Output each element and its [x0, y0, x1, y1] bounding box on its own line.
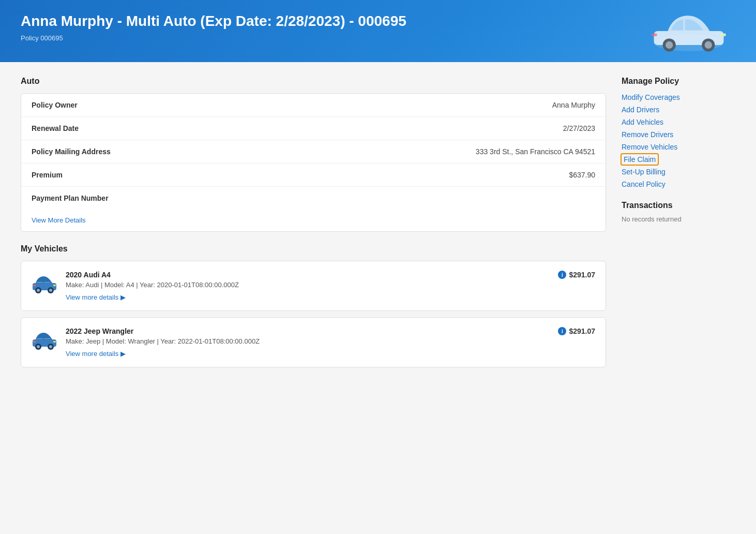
- manage-policy-link[interactable]: Remove Drivers: [622, 130, 673, 139]
- field-value: 2/27/2023: [135, 117, 606, 140]
- svg-point-12: [37, 289, 40, 292]
- svg-rect-25: [33, 341, 36, 343]
- svg-point-3: [666, 41, 673, 49]
- vehicle-name: 2020 Audi A4: [66, 271, 550, 279]
- list-item: Modify Coverages: [622, 93, 735, 101]
- transactions-empty-message: No records returned: [622, 215, 735, 223]
- vehicle-card: 2020 Audi A4 Make: Audi | Model: A4 | Ye…: [21, 261, 606, 311]
- transactions-title: Transactions: [622, 201, 735, 210]
- price-value: $291.07: [569, 327, 595, 335]
- svg-rect-10: [44, 282, 50, 283]
- field-value: $637.90: [135, 164, 606, 187]
- field-label: Renewal Date: [21, 117, 135, 140]
- vehicle-price: i $291.07: [558, 271, 595, 279]
- table-row: Policy Mailing Address 333 3rd St., San …: [21, 140, 606, 164]
- price-info-icon: i: [558, 327, 566, 335]
- right-panel: Manage Policy Modify CoveragesAdd Driver…: [622, 77, 735, 374]
- vehicle-info: 2020 Audi A4 Make: Audi | Model: A4 | Ye…: [66, 271, 550, 301]
- price-value: $291.07: [569, 271, 595, 279]
- field-label: Policy Mailing Address: [21, 140, 135, 164]
- manage-policy-link[interactable]: Cancel Policy: [622, 180, 666, 188]
- svg-rect-16: [33, 285, 36, 286]
- svg-rect-6: [720, 34, 726, 36]
- page-title: Anna Murphy - Multi Auto (Exp Date: 2/28…: [21, 12, 735, 30]
- vehicle-icon: [32, 328, 57, 351]
- svg-rect-24: [53, 341, 56, 343]
- vehicles-list: 2020 Audi A4 Make: Audi | Model: A4 | Ye…: [21, 261, 606, 367]
- auto-section-title: Auto: [21, 77, 606, 86]
- vehicle-view-more-link[interactable]: View more details ▶: [66, 293, 126, 301]
- vehicle-details: Make: Audi | Model: A4 | Year: 2020-01-0…: [66, 281, 550, 289]
- policy-table: Policy Owner Anna Murphy Renewal Date 2/…: [21, 94, 606, 210]
- policy-details-card: Policy Owner Anna Murphy Renewal Date 2/…: [21, 93, 606, 232]
- vehicle-details: Make: Jeep | Model: Wrangler | Year: 202…: [66, 337, 550, 345]
- svg-rect-19: [44, 338, 50, 339]
- vehicle-view-more-link[interactable]: View more details ▶: [66, 350, 126, 358]
- manage-policy-link[interactable]: Modify Coverages: [622, 93, 680, 101]
- svg-point-23: [49, 345, 52, 348]
- svg-point-5: [705, 41, 712, 49]
- manage-policy-links: Modify CoveragesAdd DriversAdd VehiclesR…: [622, 93, 735, 188]
- left-panel: Auto Policy Owner Anna Murphy Renewal Da…: [21, 77, 606, 374]
- main-content: Auto Policy Owner Anna Murphy Renewal Da…: [0, 62, 756, 388]
- table-row: Premium $637.90: [21, 164, 606, 187]
- manage-policy-link[interactable]: Set-Up Billing: [622, 168, 666, 176]
- view-more-details-link[interactable]: View More Details: [32, 216, 86, 224]
- vehicles-section: My Vehicles 2020 Audi A4 Make: Audi | Mo…: [21, 244, 606, 367]
- list-item: Set-Up Billing: [622, 168, 735, 176]
- manage-policy-link[interactable]: Add Drivers: [622, 106, 659, 114]
- list-item: Remove Drivers: [622, 130, 735, 139]
- list-item: Add Vehicles: [622, 118, 735, 126]
- vehicle-info: 2022 Jeep Wrangler Make: Jeep | Model: W…: [66, 327, 550, 358]
- svg-rect-9: [37, 282, 43, 283]
- field-label: Payment Plan Number: [21, 187, 135, 210]
- field-value: 333 3rd St., San Francisco CA 94521: [135, 140, 606, 164]
- svg-point-14: [49, 289, 52, 292]
- field-value: Anna Murphy: [135, 94, 606, 117]
- list-item: Cancel Policy: [622, 180, 735, 188]
- list-item: Add Drivers: [622, 106, 735, 114]
- svg-rect-18: [37, 338, 43, 339]
- table-row: Policy Owner Anna Murphy: [21, 94, 606, 117]
- vehicle-card: 2022 Jeep Wrangler Make: Jeep | Model: W…: [21, 317, 606, 367]
- manage-policy-link[interactable]: Add Vehicles: [622, 118, 663, 126]
- vehicle-icon: [32, 272, 57, 294]
- field-label: Policy Owner: [21, 94, 135, 117]
- vehicle-price: i $291.07: [558, 327, 595, 335]
- vehicles-section-title: My Vehicles: [21, 244, 606, 254]
- list-item: Remove Vehicles: [622, 143, 735, 151]
- svg-rect-7: [652, 34, 657, 36]
- vehicle-name: 2022 Jeep Wrangler: [66, 327, 550, 335]
- manage-policy-title: Manage Policy: [622, 77, 735, 86]
- policy-subtitle: Policy 000695: [21, 34, 735, 42]
- svg-rect-15: [53, 285, 56, 286]
- table-row: Renewal Date 2/27/2023: [21, 117, 606, 140]
- table-row: Payment Plan Number: [21, 187, 606, 210]
- car-illustration: [642, 5, 735, 57]
- list-item: File Claim: [622, 155, 735, 164]
- price-info-icon: i: [558, 271, 566, 279]
- manage-policy-link[interactable]: Remove Vehicles: [622, 143, 677, 151]
- page-header: Anna Murphy - Multi Auto (Exp Date: 2/28…: [0, 0, 756, 62]
- svg-point-21: [37, 345, 40, 348]
- field-label: Premium: [21, 164, 135, 187]
- field-value: [135, 187, 606, 210]
- manage-policy-link[interactable]: File Claim: [622, 154, 658, 165]
